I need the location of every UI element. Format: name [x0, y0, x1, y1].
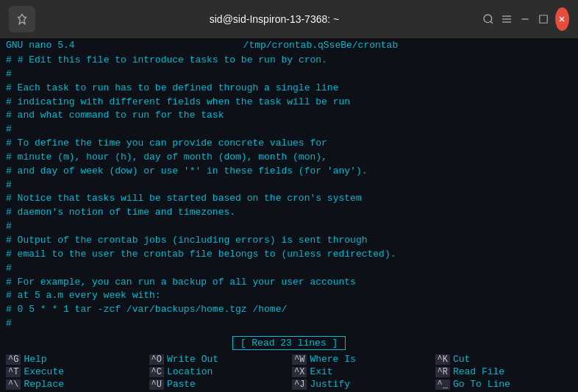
shortcut-label-help: Help	[24, 354, 46, 365]
shortcut-label-cut: Cut	[453, 354, 470, 365]
shortcut-help[interactable]: ^G Help	[3, 353, 146, 366]
line-4: # indicating with different fields when …	[6, 96, 572, 110]
line-20: #	[6, 317, 572, 331]
shortcut-key-justify: ^J	[292, 379, 307, 390]
shortcut-label-exit: Exit	[310, 366, 332, 377]
maximize-button[interactable]	[537, 7, 551, 31]
line-1: # # Edit this file to introduce tasks to…	[6, 54, 572, 68]
line-3: # Each task to run has to be defined thr…	[6, 82, 572, 96]
nano-filepath: /tmp/crontab.qSseBe/crontab	[243, 40, 399, 51]
line-15: # email to the user the crontab file bel…	[6, 248, 572, 262]
line-13: #	[6, 220, 572, 234]
line-16: #	[6, 262, 572, 276]
line-10: #	[6, 179, 572, 193]
shortcut-cut[interactable]: ^K Cut	[432, 353, 576, 366]
shortcut-label-execute: Execute	[24, 366, 64, 377]
shortcut-key-whereis: ^W	[292, 354, 307, 365]
close-button[interactable]	[555, 7, 569, 31]
shortcut-label-readfile: Read File	[453, 366, 504, 377]
window-title: sid@sid-Inspiron-13-7368: ~	[68, 13, 481, 25]
shortcut-label-location: Location	[167, 366, 213, 377]
shortcut-label-replace: Replace	[24, 379, 64, 390]
shortcut-readfile[interactable]: ^R Read File	[432, 366, 576, 378]
svg-line-1	[490, 21, 493, 24]
shortcut-label-writeout: Write Out	[167, 354, 218, 365]
status-text: [ Read 23 lines ]	[232, 336, 346, 350]
shortcut-replace[interactable]: ^\ Replace	[3, 378, 146, 391]
shortcut-label-justify: Justify	[310, 379, 350, 390]
nano-version: GNU nano 5.4	[6, 40, 75, 51]
shortcut-key-replace: ^\	[6, 379, 21, 390]
shortcut-exit[interactable]: ^X Exit	[289, 366, 432, 378]
shortcut-key-writeout: ^O	[149, 354, 164, 365]
editor-content[interactable]: # # Edit this file to introduce tasks to…	[0, 52, 578, 335]
titlebar-left	[9, 6, 68, 32]
line-18: # at 5 a.m every week with:	[6, 289, 572, 303]
shortcut-execute[interactable]: ^T Execute	[3, 366, 146, 378]
titlebar: sid@sid-Inspiron-13-7368: ~	[0, 0, 578, 38]
terminal-area: GNU nano 5.4 /tmp/crontab.qSseBe/crontab…	[0, 38, 578, 392]
line-9: # and day of week (dow) or use '*' in th…	[6, 165, 572, 179]
shortcut-key-readfile: ^R	[435, 367, 450, 377]
shortcut-writeout[interactable]: ^O Write Out	[146, 353, 290, 366]
shortcut-bar: ^G Help ^O Write Out ^W Where Is ^K Cut …	[0, 352, 578, 392]
minimize-button[interactable]	[518, 7, 532, 31]
menu-button[interactable]	[499, 7, 513, 31]
shortcut-justify[interactable]: ^J Justify	[289, 378, 432, 391]
shortcut-location[interactable]: ^C Location	[146, 366, 290, 378]
shortcut-label-paste: Paste	[167, 379, 196, 390]
shortcut-key-help: ^G	[6, 354, 21, 365]
shortcut-key-gotoline: ^_	[435, 379, 450, 390]
line-11: # Notice that tasks will be started base…	[6, 192, 572, 206]
shortcut-paste[interactable]: ^U Paste	[146, 378, 290, 391]
line-14: # Output of the crontab jobs (including …	[6, 234, 572, 248]
search-button[interactable]	[481, 7, 495, 31]
nano-header: GNU nano 5.4 /tmp/crontab.qSseBe/crontab	[0, 38, 578, 52]
shortcut-gotoline[interactable]: ^_ Go To Line	[432, 378, 576, 391]
line-2: #	[6, 68, 572, 82]
line-17: # For example, you can run a backup of a…	[6, 276, 572, 290]
titlebar-controls	[481, 7, 569, 31]
shortcut-key-cut: ^K	[435, 354, 450, 365]
svg-point-0	[484, 15, 492, 23]
status-bar: [ Read 23 lines ]	[0, 335, 578, 352]
shortcut-key-execute: ^T	[6, 367, 21, 377]
line-19: # 0 5 * * 1 tar -zcf /var/backups/home.t…	[6, 303, 572, 317]
pin-button[interactable]	[9, 6, 35, 32]
svg-rect-6	[540, 15, 548, 24]
shortcut-key-paste: ^U	[149, 379, 164, 390]
line-5: # and what command to run for the task	[6, 109, 572, 123]
shortcut-label-whereis: Where Is	[310, 354, 355, 365]
line-6: #	[6, 123, 572, 137]
shortcut-key-location: ^C	[149, 367, 164, 377]
shortcut-whereis[interactable]: ^W Where Is	[289, 353, 432, 366]
shortcut-label-gotoline: Go To Line	[453, 379, 510, 390]
line-7: # To define the time you can provide con…	[6, 137, 572, 151]
line-8: # minute (m), hour (h), day of month (do…	[6, 151, 572, 165]
line-12: # daemon's notion of time and timezones.	[6, 206, 572, 220]
shortcut-key-exit: ^X	[292, 367, 307, 377]
